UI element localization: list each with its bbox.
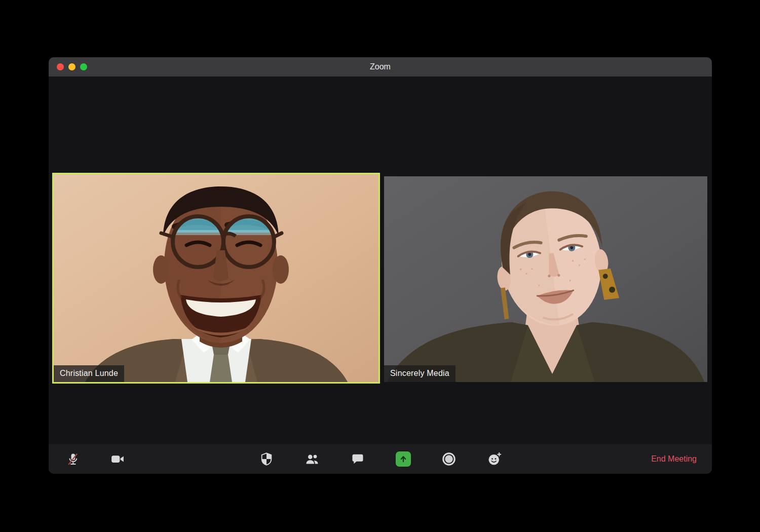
participants-button[interactable] [305, 451, 320, 467]
video-grid: Christian Lunde [49, 77, 712, 444]
share-screen-icon [399, 454, 408, 464]
participants-icon [305, 451, 320, 467]
participant-name-label: Christian Lunde [54, 365, 124, 382]
fullscreen-window-button[interactable] [80, 63, 87, 70]
video-button[interactable] [110, 451, 125, 467]
record-icon [441, 451, 457, 467]
video-feed-man-portrait [54, 174, 378, 382]
window-titlebar: Zoom [49, 57, 712, 77]
zoom-window: Christian Lunde [49, 57, 712, 474]
video-feed-woman-portrait [384, 176, 707, 382]
video-tile-sincerely-media[interactable]: Sincerely Media [384, 176, 707, 382]
video-camera-icon [110, 451, 125, 467]
traffic-lights [57, 57, 87, 77]
toolbar-center-group [259, 451, 502, 467]
mic-muted-icon [66, 452, 80, 466]
meeting-toolbar: End Meeting [49, 444, 712, 474]
share-screen-pill [396, 451, 411, 467]
close-window-button[interactable] [57, 63, 64, 70]
toolbar-left-group [65, 451, 125, 467]
reactions-button[interactable] [487, 451, 502, 467]
participant-name-label: Sincerely Media [384, 365, 455, 382]
end-meeting-button[interactable]: End Meeting [651, 454, 697, 464]
share-screen-button[interactable] [396, 451, 411, 467]
security-shield-icon [259, 452, 274, 466]
chat-bubble-icon [351, 452, 365, 466]
mute-button[interactable] [65, 451, 81, 467]
minimize-window-button[interactable] [68, 63, 75, 70]
chat-button[interactable] [350, 451, 365, 467]
record-button[interactable] [441, 451, 457, 467]
security-button[interactable] [259, 451, 274, 467]
window-title: Zoom [49, 62, 712, 71]
video-tile-christian-lunde[interactable]: Christian Lunde [52, 173, 380, 384]
reactions-icon [487, 451, 502, 467]
